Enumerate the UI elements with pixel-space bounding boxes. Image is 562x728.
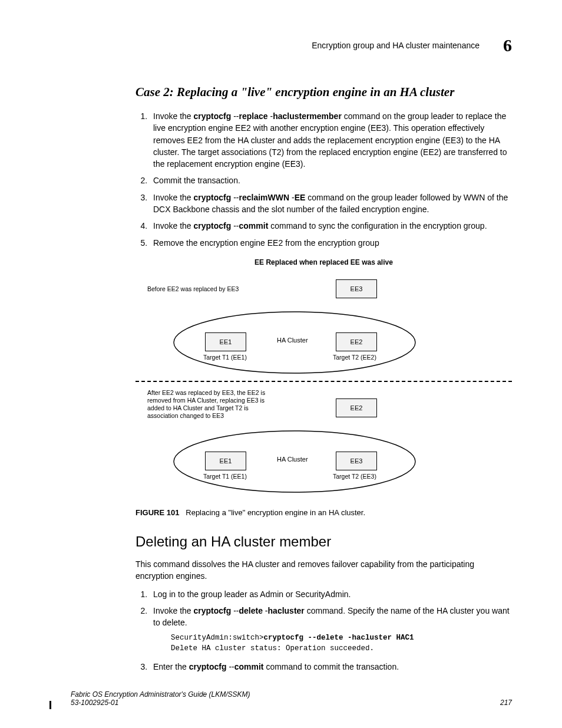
footer-docnum: 53-1002925-01 [71,699,118,707]
ee1-box: EE1 [205,332,246,351]
target-t1-label: Target T1 (EE1) [203,354,247,361]
case2-steps: Invoke the cryptocfg --replace -hacluste… [135,110,512,249]
figure-number: FIGURE 101 [135,508,179,517]
delete-step-3: Enter the cryptocfg --commit command to … [150,661,512,673]
figure-101: EE Replaced when replaced EE was alive B… [135,258,512,500]
figure-caption: FIGURE 101 Replacing a "live" encryption… [135,508,512,517]
chapter-number: 6 [503,35,512,55]
ee2-box: EE2 [336,332,377,351]
before-label: Before EE2 was replaced by EE3 [147,285,239,293]
figure-caption-text: Replacing a "live" encryption engine in … [186,508,365,517]
figure-before-panel: Before EE2 was replaced by EE3 EE3 EE1 H… [135,269,512,381]
content-area: Case 2: Replacing a "live" encryption en… [135,85,512,673]
delete-step-2: Invoke the cryptocfg --delete -hacluster… [150,605,512,654]
case2-heading: Case 2: Replacing a "live" encryption en… [135,85,512,100]
delete-section-heading: Deleting an HA cluster member [135,533,512,550]
running-title: Encryption group and HA cluster maintena… [312,41,480,50]
step-2: Commit the transaction. [150,174,512,186]
step-5: Remove the encryption engine EE2 from th… [150,237,512,249]
ee2-box-after: EE2 [336,398,377,417]
delete-step-1: Log in to the group leader as Admin or S… [150,588,512,600]
figure-title: EE Replaced when replaced EE was alive [135,258,512,266]
page: Encryption group and HA cluster maintena… [0,0,562,728]
figure-after-panel: After EE2 was replaced by EE3, the EE2 i… [135,382,512,500]
page-footer: Fabric OS Encryption Administrator's Gui… [71,690,512,707]
footer-title: Fabric OS Encryption Administrator's Gui… [71,690,250,699]
code-block: SecurityAdmin:switch>cryptocfg --delete … [171,633,512,654]
after-label: After EE2 was replaced by EE3, the EE2 i… [147,389,271,420]
target-t2-ee2-label: Target T2 (EE2) [333,354,376,361]
ee3-box: EE3 [336,279,377,298]
step-1: Invoke the cryptocfg --replace -hacluste… [150,110,512,170]
target-t2-ee3-label: Target T2 (EE3) [333,473,376,480]
ha-cluster-label-after: HA Cluster [277,456,308,463]
change-bar-icon [49,701,51,709]
delete-intro: This command dissolves the HA cluster an… [135,558,512,582]
step-3: Invoke the cryptocfg --reclaimWWN -EE co… [150,192,512,216]
ee3-box-after: EE3 [336,452,377,470]
delete-steps: Log in to the group leader as Admin or S… [135,588,512,673]
footer-left: Fabric OS Encryption Administrator's Gui… [71,690,250,707]
ee1-box-after: EE1 [205,452,246,470]
step-4: Invoke the cryptocfg --commit command to… [150,220,512,232]
page-number: 217 [500,699,512,707]
running-header: Encryption group and HA cluster maintena… [71,35,512,55]
ha-cluster-label: HA Cluster [277,337,308,344]
target-t1-label-after: Target T1 (EE1) [203,473,247,480]
